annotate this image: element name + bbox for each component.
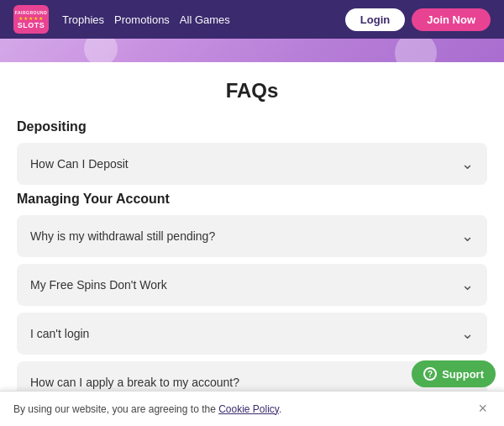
section-title-depositing: Depositing xyxy=(17,119,487,134)
support-icon: ? xyxy=(423,367,437,381)
faq-item-text: How Can I Deposit xyxy=(30,157,129,171)
chevron-down-icon: ⌄ xyxy=(461,324,474,343)
chevron-down-icon: ⌄ xyxy=(461,227,474,245)
support-button[interactable]: ? Support xyxy=(412,360,496,387)
faq-item[interactable]: I can't login ⌄ xyxy=(17,313,487,355)
faq-item-text: How can I apply a break to my account? xyxy=(30,376,239,389)
hero-strip xyxy=(0,39,504,62)
chevron-down-icon: ⌄ xyxy=(461,276,474,294)
support-label: Support xyxy=(442,368,484,381)
faq-item-text: Why is my withdrawal still pending? xyxy=(30,229,215,243)
faq-item[interactable]: My Free Spins Don't Work ⌄ xyxy=(17,264,487,306)
section-title-managing: Managing Your Account xyxy=(17,192,487,207)
cookie-banner: By using our website, you are agreeing t… xyxy=(0,391,504,426)
logo-stars: ★★★★★ xyxy=(18,15,44,21)
page-title: FAQs xyxy=(17,79,487,103)
join-button[interactable]: Join Now xyxy=(412,8,491,31)
cookie-policy-link[interactable]: Cookie Policy xyxy=(218,403,279,415)
faq-item[interactable]: Why is my withdrawal still pending? ⌄ xyxy=(17,215,487,257)
faq-item[interactable]: How Can I Deposit ⌄ xyxy=(17,143,487,185)
nav-all-games[interactable]: All Games xyxy=(180,13,230,26)
faq-item-text: I can't login xyxy=(30,327,89,340)
nav-trophies[interactable]: Trophies xyxy=(62,13,104,26)
cookie-close-button[interactable]: × xyxy=(475,400,491,418)
chevron-down-icon: ⌄ xyxy=(461,155,474,173)
hero-decoration-left xyxy=(84,39,118,62)
nav-promotions[interactable]: Promotions xyxy=(114,13,170,26)
logo-box: FAIRGROUND ★★★★★ SLOTS xyxy=(13,5,49,34)
cookie-message: By using our website, you are agreeing t… xyxy=(13,403,281,415)
login-button[interactable]: Login xyxy=(345,8,405,31)
logo: FAIRGROUND ★★★★★ SLOTS xyxy=(13,5,49,34)
header: FAIRGROUND ★★★★★ SLOTS Trophies Promotio… xyxy=(0,0,504,39)
nav-links: Trophies Promotions All Games xyxy=(62,13,345,26)
hero-decoration-right xyxy=(395,39,437,62)
header-buttons: Login Join Now xyxy=(345,8,491,31)
logo-text-main: SLOTS xyxy=(18,21,45,29)
faq-item-text: My Free Spins Don't Work xyxy=(30,278,167,292)
